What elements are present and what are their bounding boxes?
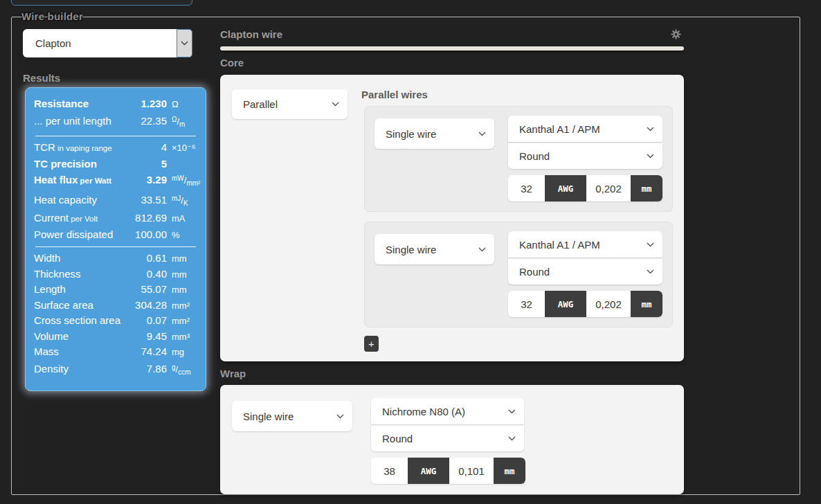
wire-type-dropdown[interactable]: Clapton	[23, 29, 192, 57]
result-unit: %	[167, 228, 197, 243]
profile-select[interactable]: Round	[371, 425, 524, 451]
wire-type-select[interactable]: Single wire	[232, 401, 352, 431]
result-unit: mJ/K	[167, 191, 197, 211]
wrap-section-label: Wrap	[220, 368, 684, 381]
mm-unit-button[interactable]: mm	[631, 175, 662, 201]
profile-value: Round	[519, 150, 550, 162]
core-structure-select[interactable]: Parallel	[232, 89, 348, 119]
result-value: 1.230	[124, 96, 167, 111]
result-unit: mm	[167, 282, 197, 298]
result-value: 33.51	[124, 192, 167, 208]
result-value: 55.07	[124, 282, 167, 297]
result-row: Width0.61mm	[34, 251, 197, 267]
gauge-input[interactable]: 32	[508, 175, 545, 201]
result-value: 100.00	[124, 227, 167, 242]
chevron-down-icon	[647, 154, 654, 159]
chevron-down-icon[interactable]	[177, 29, 192, 57]
page-title: Clapton wire	[220, 28, 282, 40]
result-unit: mW/mm²	[167, 171, 197, 191]
result-row: Density7.86g/ccm	[34, 360, 197, 380]
result-value: 0.07	[124, 313, 167, 328]
result-row: Cross section area0.07mm²	[34, 313, 197, 329]
chevron-down-icon	[647, 269, 654, 274]
result-label: Cross section area	[34, 313, 124, 328]
result-value: 0.40	[124, 267, 167, 282]
result-row: Surface area304.28mm²	[34, 298, 197, 314]
awg-unit-button[interactable]: AWG	[408, 458, 449, 484]
result-label: Resistance	[34, 96, 124, 111]
profile-select[interactable]: Round	[508, 143, 662, 169]
result-label: Heat capacity	[34, 192, 124, 208]
result-value: 22.35	[124, 114, 167, 129]
wire-type-select[interactable]: Single wire	[375, 118, 494, 149]
chevron-down-icon	[508, 409, 516, 414]
result-row: Volume9.45mm³	[34, 329, 197, 345]
material-value: Nichrome N80 (A)	[382, 406, 465, 417]
result-label: Surface area	[34, 298, 124, 313]
awg-unit-button[interactable]: AWG	[545, 175, 586, 201]
wire-config-row: Single wireKanthal A1 / APMRound32AWG0,2…	[375, 116, 662, 201]
core-wire-panel: Single wireKanthal A1 / APMRound32AWG0,2…	[364, 106, 673, 212]
profile-select[interactable]: Round	[508, 258, 662, 285]
result-value: 3.29	[124, 172, 167, 188]
result-unit: mm	[167, 251, 197, 267]
gauge-input[interactable]: 38	[371, 458, 408, 484]
result-unit: Ω	[167, 97, 197, 112]
add-wire-button[interactable]: +	[364, 336, 379, 352]
profile-value: Round	[519, 266, 550, 278]
result-value: 7.86	[124, 361, 167, 377]
gauge-input[interactable]: 32	[508, 291, 545, 317]
material-select[interactable]: Nichrome N80 (A)	[371, 398, 524, 424]
result-unit: ×10⁻⁶	[167, 141, 197, 156]
result-label: Volume	[34, 329, 124, 344]
main-column: Clapton wire Core Parallel Par	[220, 26, 684, 494]
wire-size-row: 32AWG0,202mm	[508, 291, 662, 317]
result-value: 74.24	[124, 344, 167, 359]
wire-size-row: 38AWG0,101mm	[371, 458, 525, 484]
diameter-input[interactable]: 0,202	[586, 291, 631, 317]
result-label: Power dissipated	[34, 227, 124, 242]
material-select[interactable]: Kanthal A1 / APM	[508, 116, 662, 142]
results-divider	[35, 136, 196, 136]
results-divider	[35, 246, 196, 247]
result-label: Mass	[34, 344, 124, 359]
chevron-down-icon	[508, 436, 516, 441]
result-unit: mm	[167, 267, 197, 282]
wire-config-row: Single wireNichrome N80 (A)Round38AWG0,1…	[232, 398, 524, 484]
result-unit: mm²	[167, 298, 197, 314]
result-unit: mg	[167, 345, 197, 360]
mm-unit-button[interactable]: mm	[631, 291, 662, 317]
result-value: 9.45	[124, 329, 167, 344]
wire-builder-legend: Wire builder	[21, 10, 83, 22]
result-label: ... per unit length	[34, 114, 124, 129]
result-row: Thickness0.40mm	[34, 267, 197, 282]
result-row: Heat flux per Watt3.29mW/mm²	[34, 171, 197, 191]
gear-icon[interactable]	[671, 29, 681, 39]
result-unit: Ω/m	[167, 112, 197, 132]
awg-unit-button[interactable]: AWG	[545, 291, 586, 317]
chevron-down-icon	[478, 247, 486, 252]
result-row: Length55.07mm	[34, 282, 197, 298]
top-cropped-control[interactable]	[11, 0, 192, 6]
parallel-wires-label: Parallel wires	[361, 89, 673, 101]
wire-config-row: Single wireKanthal A1 / APMRound32AWG0,2…	[375, 231, 662, 317]
diameter-input[interactable]: 0,202	[586, 175, 631, 201]
wire-type-value: Single wire	[243, 411, 294, 422]
title-divider	[220, 46, 684, 51]
wrap-panel: Single wireNichrome N80 (A)Round38AWG0,1…	[220, 385, 684, 494]
core-panel: Parallel Parallel wires Single wireKanth…	[220, 75, 684, 361]
material-value: Kanthal A1 / APM	[519, 239, 600, 251]
result-row: ... per unit length22.35Ω/m	[34, 112, 197, 132]
result-value: 4	[124, 140, 167, 155]
result-value: 0.61	[124, 251, 167, 266]
core-structure-value: Parallel	[243, 98, 278, 110]
wire-size-row: 32AWG0,202mm	[508, 175, 662, 201]
core-wire-panel: Single wireKanthal A1 / APMRound32AWG0,2…	[364, 222, 673, 327]
result-row: TCR in vaping range4×10⁻⁶	[34, 140, 197, 156]
result-row: Resistance1.230Ω	[34, 96, 197, 112]
wire-type-select[interactable]: Single wire	[375, 234, 494, 264]
chevron-down-icon	[647, 242, 654, 247]
diameter-input[interactable]: 0,101	[449, 458, 494, 484]
material-select[interactable]: Kanthal A1 / APM	[508, 231, 662, 258]
mm-unit-button[interactable]: mm	[494, 458, 525, 484]
